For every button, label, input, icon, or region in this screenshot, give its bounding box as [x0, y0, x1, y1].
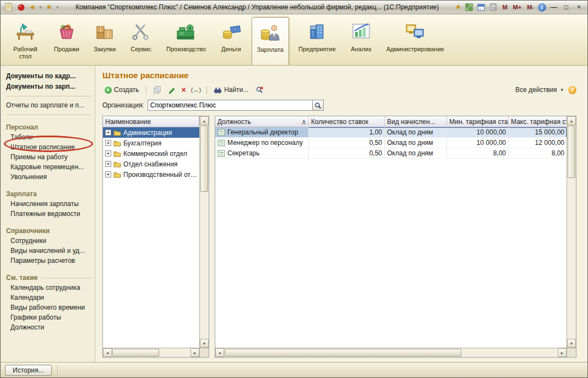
ribbon-tab-money[interactable]: Деньги	[215, 17, 247, 65]
cell-position[interactable]: Генеральный директор	[215, 127, 309, 138]
memory-m-minus-button[interactable]: M-	[525, 4, 536, 10]
scroll-thumb[interactable]	[112, 349, 159, 357]
cell-max-rate[interactable]: 12 000,00	[509, 138, 567, 148]
sidebar-item-vidy-rabochego-vremeni[interactable]: Виды рабочего времени	[10, 303, 91, 312]
tree-row-administracia[interactable]: + Администрация	[103, 127, 199, 138]
ribbon-tab-purchases[interactable]: Закупки	[89, 17, 121, 65]
cell-accrual-type[interactable]: Оклад по дням	[385, 148, 447, 159]
sidebar-item-nachisleniya-zarplaty[interactable]: Начисления зарплаты	[10, 199, 91, 209]
tree-row-kommercheskiy-otdel[interactable]: + Коммерческий отдел	[103, 148, 199, 159]
scroll-up-button[interactable]: ▲	[200, 116, 209, 125]
organization-lookup-button[interactable]	[313, 100, 324, 111]
tree-row-otdel-snabzheniya[interactable]: + Отдел снабжения	[103, 159, 199, 169]
column-accrual-type[interactable]: Вид начислен...	[385, 116, 447, 127]
services-icon[interactable]	[464, 2, 474, 12]
scroll-down-button[interactable]: ▼	[200, 339, 209, 348]
scroll-up-button[interactable]: ▲	[567, 116, 576, 125]
table-horizontal-scrollbar[interactable]: ◄ ►	[215, 348, 567, 357]
tree-horizontal-scrollbar[interactable]: ◄ ►	[103, 348, 199, 357]
sidebar-link-docs-kadry[interactable]: Документы по кадр...	[6, 71, 91, 82]
sidebar-item-grafiki-raboty[interactable]: Графики работы	[10, 312, 91, 322]
scroll-track[interactable]	[567, 125, 576, 339]
column-position[interactable]: Должность▲	[215, 116, 309, 127]
maximize-button[interactable]: □	[561, 1, 571, 13]
scroll-left-button[interactable]: ◄	[103, 348, 112, 357]
expand-icon[interactable]: +	[105, 171, 111, 177]
expand-icon[interactable]: +	[105, 150, 111, 156]
all-actions-button[interactable]: Все действия ▾	[513, 85, 565, 95]
scroll-thumb[interactable]	[225, 349, 461, 357]
expand-icon[interactable]: +	[105, 161, 111, 167]
cell-min-rate[interactable]: 10 000,00	[447, 127, 509, 138]
sidebar-item-shtatnoe-raspisanie[interactable]: Штатное расписание	[10, 142, 91, 152]
ribbon-tab-sales[interactable]: Продажи	[49, 17, 84, 65]
main-menu-icon[interactable]	[16, 2, 26, 12]
scroll-left-button[interactable]: ◄	[215, 348, 224, 357]
tree-column-name[interactable]: Наименование	[103, 116, 199, 127]
scroll-track[interactable]	[112, 348, 190, 357]
table-vertical-scrollbar[interactable]: ▲ ▼	[567, 116, 576, 348]
minimize-button[interactable]: —	[548, 1, 559, 13]
scroll-thumb[interactable]	[200, 126, 208, 192]
close-button[interactable]: ×	[574, 1, 584, 13]
panel-splitter[interactable]	[209, 116, 215, 358]
clear-find-button[interactable]	[253, 85, 266, 95]
delete-icon[interactable]: ×	[181, 86, 187, 94]
cell-min-rate[interactable]: 8,00	[447, 148, 509, 159]
column-max-rate[interactable]: Макс. тарифная став...	[509, 116, 567, 127]
column-rate-count[interactable]: Количество ставок	[309, 116, 385, 127]
info-icon[interactable]: i	[538, 3, 546, 12]
create-button[interactable]: + Создать	[102, 85, 141, 95]
cell-max-rate[interactable]: 8,00	[509, 148, 567, 159]
expand-icon[interactable]: +	[105, 129, 111, 136]
cell-accrual-type[interactable]: Оклад по дням	[385, 138, 447, 148]
cell-rate-count[interactable]: 0,50	[309, 148, 385, 159]
sidebar-item-parametry-raschetov[interactable]: Параметры расчетов	[10, 256, 91, 266]
ribbon-tab-administration[interactable]: Администрирование	[382, 17, 449, 65]
sidebar-link-reports[interactable]: Отчеты по зарплате и п...	[6, 100, 91, 111]
tree-vertical-scrollbar[interactable]: ▲ ▼	[199, 116, 209, 348]
table-row-menedzher-po-personalu[interactable]: Менеджер по персоналу 0,50 Оклад по дням…	[215, 138, 567, 148]
move-item-icon[interactable]: (↔)	[190, 87, 202, 93]
cell-position[interactable]: Секретарь	[215, 148, 309, 159]
scroll-right-button[interactable]: ►	[190, 348, 199, 357]
memory-m-plus-button[interactable]: M+	[511, 4, 524, 10]
sidebar-item-vidy-nachisleniy[interactable]: Виды начислений и уд...	[10, 246, 91, 256]
find-button[interactable]: Найти...	[211, 85, 251, 95]
add-favorite-star-icon[interactable]: ★	[454, 2, 462, 12]
sidebar-item-tabeli[interactable]: Табели	[10, 132, 91, 142]
sidebar-item-kadrovye-peremeshcheniya[interactable]: Кадровые перемещен...	[10, 162, 91, 172]
back-icon[interactable]: ◄	[28, 2, 36, 12]
ribbon-tab-enterprise[interactable]: Предприятие	[293, 17, 341, 65]
tree-row-buhgalteria[interactable]: + Бухгалтерия	[103, 138, 199, 148]
app-icon[interactable]	[4, 2, 14, 12]
sidebar-item-platezhnye-vedomosti[interactable]: Платежные ведомости	[10, 209, 91, 219]
copy-button[interactable]	[151, 85, 163, 95]
expand-icon[interactable]: +	[105, 140, 111, 146]
ribbon-tab-desktop[interactable]: Рабочий стол	[6, 17, 45, 65]
cell-min-rate[interactable]: 10 000,00	[447, 138, 509, 148]
ribbon-tab-analysis[interactable]: Анализ	[345, 17, 377, 65]
ribbon-tab-production[interactable]: Производство	[161, 17, 211, 65]
cell-rate-count[interactable]: 1,00	[309, 127, 385, 138]
history-button[interactable]: История...	[5, 365, 52, 376]
cell-max-rate[interactable]: 15 000,00	[509, 127, 567, 138]
scroll-down-button[interactable]: ▼	[567, 339, 576, 348]
favorites-dropdown-icon[interactable]: ▾	[55, 2, 60, 12]
ribbon-tab-salary[interactable]: Зарплата	[252, 17, 289, 65]
calculator-icon[interactable]	[488, 2, 498, 12]
sidebar-item-kalendari[interactable]: Календари	[10, 293, 91, 303]
sidebar-item-uvolneniya[interactable]: Увольнения	[10, 172, 91, 182]
edit-button[interactable]	[166, 85, 178, 95]
scroll-thumb[interactable]	[568, 126, 575, 178]
memory-m-button[interactable]: M	[500, 4, 509, 10]
sidebar-item-kalendar-sotrudnika[interactable]: Календарь сотрудника	[10, 283, 91, 293]
sidebar-link-docs-zarplata[interactable]: Документы по зарп...	[6, 82, 91, 92]
organization-input[interactable]	[148, 100, 313, 111]
scroll-track[interactable]	[200, 125, 209, 339]
favorites-star-icon[interactable]: ★	[45, 2, 53, 12]
cell-rate-count[interactable]: 0,50	[309, 138, 385, 148]
calendar-icon[interactable]	[476, 2, 486, 12]
table-row-sekretar[interactable]: Секретарь 0,50 Оклад по дням 8,00 8,00	[215, 148, 567, 159]
sidebar-item-dolzhnosti[interactable]: Должности	[10, 322, 91, 332]
